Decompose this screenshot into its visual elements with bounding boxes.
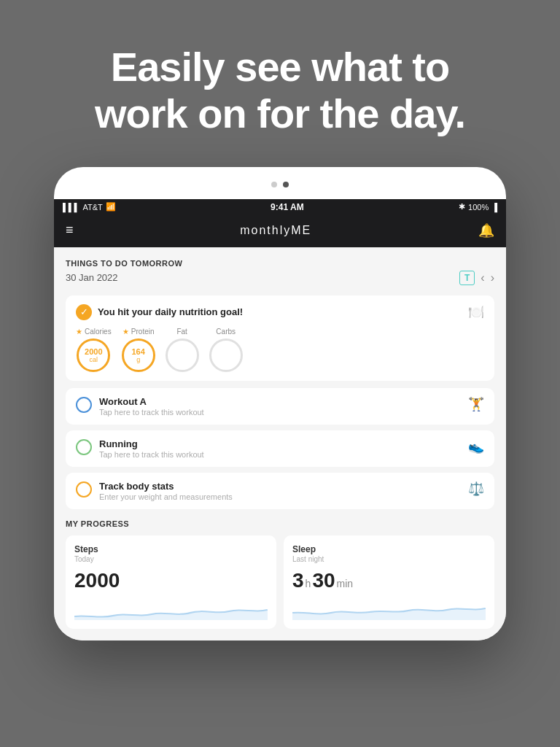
hero-title: Easily see what to work on for the day.	[44, 44, 516, 138]
task-circle-body-stats	[76, 481, 92, 498]
progress-cards: Steps Today 2000	[66, 535, 494, 629]
date-text: 30 Jan 2022	[66, 272, 118, 283]
status-time: 9:41 AM	[271, 202, 304, 212]
phone-wrapper: ▌▌▌ AT&T 📶 9:41 AM ✱ 100% ▐ ≡ monthlyME …	[0, 167, 560, 640]
sleep-unit2: min	[337, 578, 354, 589]
sleep-card: Sleep Last night 3 h 30 min	[284, 535, 494, 629]
menu-icon[interactable]: ≡	[66, 222, 74, 238]
task-content-workout-a: Workout A Tap here to track this workout	[99, 396, 461, 417]
task-body-stats[interactable]: Track body stats Enter your weight and m…	[66, 473, 494, 509]
macro-carbs-label: Carbs	[216, 328, 236, 336]
bell-icon[interactable]: 🔔	[478, 222, 494, 239]
status-right: ✱ 100% ▐	[459, 202, 497, 212]
progress-label: MY PROGRESS	[66, 519, 494, 528]
task-sub-running: Tap here to track this workout	[99, 450, 461, 459]
macro-protein-label: ★ Protein	[122, 328, 155, 336]
task-workout-a[interactable]: Workout A Tap here to track this workout…	[66, 388, 494, 425]
body-stats-icon: ⚖️	[468, 481, 484, 497]
battery-icon: ▐	[491, 203, 497, 212]
task-sub-workout-a: Tap here to track this workout	[99, 408, 461, 417]
macro-calories-ring: 2000 cal	[77, 338, 110, 372]
app-header: ≡ monthlyME 🔔	[54, 215, 506, 247]
steps-sub: Today	[74, 555, 268, 563]
steps-value-row: 2000	[74, 569, 268, 592]
sleep-value-row: 3 h 30 min	[292, 569, 486, 592]
macro-fat-ring	[166, 338, 199, 372]
signal-icon: ▌▌▌	[63, 203, 79, 212]
task-sub-body-stats: Enter your weight and measurements	[99, 492, 461, 501]
battery-percent: 100%	[468, 203, 489, 212]
sleep-sub: Last night	[292, 555, 486, 563]
task-title-workout-a: Workout A	[99, 396, 461, 407]
steps-value: 2000	[74, 569, 120, 592]
progress-section: MY PROGRESS Steps Today 2000	[66, 519, 494, 629]
carrier-name: AT&T	[82, 203, 102, 212]
task-title-body-stats: Track body stats	[99, 481, 461, 492]
hero-section: Easily see what to work on for the day.	[0, 0, 560, 167]
nutrition-macros: ★ Calories 2000 cal ★ Protein	[76, 328, 484, 372]
task-title-running: Running	[99, 438, 461, 449]
app-title: monthlyME	[240, 224, 311, 237]
steps-card: Steps Today 2000	[66, 535, 276, 629]
prev-arrow[interactable]: ‹	[481, 271, 484, 285]
macro-carbs-ring	[209, 338, 243, 372]
task-content-body-stats: Track body stats Enter your weight and m…	[99, 481, 461, 501]
macro-carbs: Carbs	[209, 328, 243, 372]
macro-calories: ★ Calories 2000 cal	[76, 328, 112, 372]
status-bar: ▌▌▌ AT&T 📶 9:41 AM ✱ 100% ▐	[54, 199, 506, 215]
macro-fat-label: Fat	[176, 328, 187, 336]
sleep-value-main: 3	[292, 569, 304, 592]
task-circle-running	[76, 439, 92, 455]
dot-1	[271, 182, 277, 187]
date-controls: T ‹ ›	[459, 271, 494, 285]
app-body: THINGS TO DO TOMORROW 30 Jan 2022 T ‹ › …	[54, 247, 506, 640]
sleep-value-secondary: 30	[312, 569, 335, 592]
task-circle-workout-a	[76, 397, 92, 413]
task-content-running: Running Tap here to track this workout	[99, 438, 461, 459]
macro-calories-label: ★ Calories	[76, 328, 112, 336]
nutrition-header: ✓ You hit your daily nutrition goal! 🍽️	[76, 304, 484, 320]
macro-fat: Fat	[166, 328, 199, 372]
pagination-dots	[54, 182, 506, 187]
bluetooth-icon: ✱	[459, 202, 465, 212]
status-left: ▌▌▌ AT&T 📶	[63, 202, 116, 212]
macro-protein-ring: 164 g	[122, 338, 155, 372]
wifi-icon: 📶	[106, 202, 116, 212]
nutrition-icon: 🍽️	[468, 304, 484, 320]
section-label: THINGS TO DO TOMORROW	[66, 259, 494, 268]
task-running[interactable]: Running Tap here to track this workout 👟	[66, 430, 494, 467]
nutrition-card: ✓ You hit your daily nutrition goal! 🍽️ …	[66, 295, 494, 381]
next-arrow[interactable]: ›	[491, 271, 494, 285]
macro-protein: ★ Protein 164 g	[122, 328, 155, 372]
check-icon: ✓	[76, 304, 92, 320]
today-button[interactable]: T	[459, 271, 475, 285]
running-icon: 👟	[468, 438, 484, 454]
nutrition-title: You hit your daily nutrition goal!	[98, 306, 462, 317]
sleep-title: Sleep	[292, 544, 486, 554]
sleep-sparkline	[292, 598, 486, 620]
date-row: 30 Jan 2022 T ‹ ›	[66, 271, 494, 285]
sleep-unit1: h	[306, 578, 311, 589]
workout-a-icon: 🏋️	[468, 396, 484, 412]
steps-title: Steps	[74, 544, 268, 554]
phone-frame: ▌▌▌ AT&T 📶 9:41 AM ✱ 100% ▐ ≡ monthlyME …	[54, 167, 506, 640]
steps-sparkline	[74, 598, 268, 620]
dot-2	[283, 182, 289, 187]
